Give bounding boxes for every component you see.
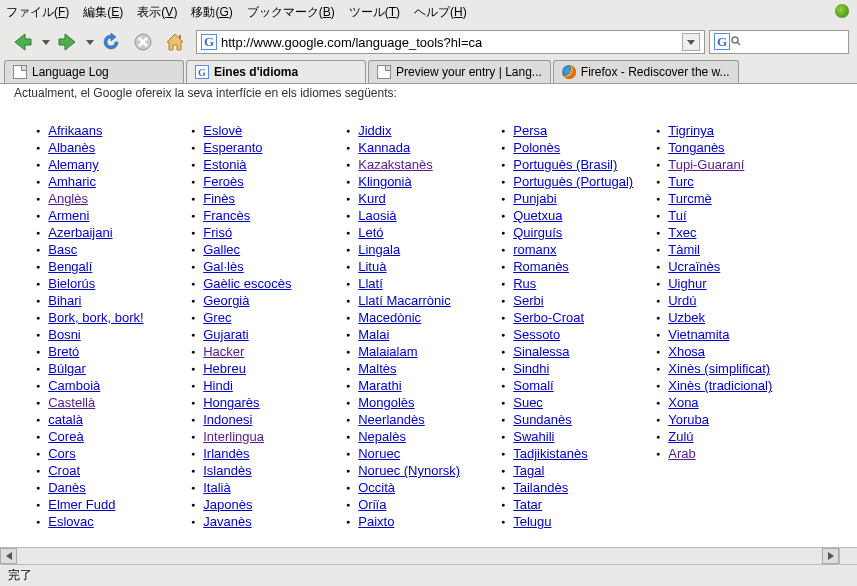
language-link[interactable]: Tatar xyxy=(513,497,542,512)
language-link[interactable]: Armeni xyxy=(48,208,89,223)
horizontal-scrollbar[interactable] xyxy=(0,547,839,564)
language-link[interactable]: Interlingua xyxy=(203,429,264,444)
language-link[interactable]: Gallec xyxy=(203,242,240,257)
language-link[interactable]: Sundanès xyxy=(513,412,572,427)
language-link[interactable]: Xinès (simplificat) xyxy=(668,361,770,376)
language-link[interactable]: Hongarès xyxy=(203,395,259,410)
url-input[interactable] xyxy=(221,32,682,52)
language-link[interactable]: Hacker xyxy=(203,344,244,359)
menu-tools[interactable]: ツール(T) xyxy=(349,4,400,21)
language-link[interactable]: Sinalessa xyxy=(513,344,569,359)
language-link[interactable]: Tupi-Guaraní xyxy=(668,157,744,172)
language-link[interactable]: Llatí xyxy=(358,276,383,291)
language-link[interactable]: Finès xyxy=(203,191,235,206)
tab-3[interactable]: Firefox - Rediscover the w... xyxy=(553,60,739,83)
language-link[interactable]: Turcmè xyxy=(668,191,712,206)
language-link[interactable]: Gaèlic escocès xyxy=(203,276,291,291)
language-link[interactable]: Ucraïnès xyxy=(668,259,720,274)
reload-button[interactable] xyxy=(96,27,126,57)
url-dropdown-button[interactable] xyxy=(682,33,700,51)
language-link[interactable]: Portuguès (Portugal) xyxy=(513,174,633,189)
language-link[interactable]: Japonès xyxy=(203,497,252,512)
language-link[interactable]: Bork, bork, bork! xyxy=(48,310,143,325)
language-link[interactable]: Frisó xyxy=(203,225,232,240)
language-link[interactable]: Paixto xyxy=(358,514,394,529)
language-link[interactable]: Gal·lès xyxy=(203,259,243,274)
language-link[interactable]: Esperanto xyxy=(203,140,262,155)
scroll-right-button[interactable] xyxy=(822,548,839,564)
language-link[interactable]: Suec xyxy=(513,395,543,410)
language-link[interactable]: Telugu xyxy=(513,514,551,529)
language-link[interactable]: Georgià xyxy=(203,293,249,308)
language-link[interactable]: Nepalès xyxy=(358,429,406,444)
language-link[interactable]: Bosni xyxy=(48,327,81,342)
language-link[interactable]: Kannada xyxy=(358,140,410,155)
language-link[interactable]: Tagal xyxy=(513,463,544,478)
language-link[interactable]: Mongolès xyxy=(358,395,414,410)
language-link[interactable]: Elmer Fudd xyxy=(48,497,115,512)
menu-edit[interactable]: 編集(E) xyxy=(83,4,123,21)
language-link[interactable]: Anglès xyxy=(48,191,88,206)
forward-history-dropdown[interactable] xyxy=(84,40,96,45)
language-link[interactable]: Xinès (tradicional) xyxy=(668,378,772,393)
language-link[interactable]: Grec xyxy=(203,310,231,325)
language-link[interactable]: Uzbek xyxy=(668,310,705,325)
language-link[interactable]: Maltès xyxy=(358,361,396,376)
language-link[interactable]: Romanès xyxy=(513,259,569,274)
language-link[interactable]: Noruec (Nynorsk) xyxy=(358,463,460,478)
language-link[interactable]: Afrikaans xyxy=(48,123,102,138)
language-link[interactable]: Klingonià xyxy=(358,174,412,189)
language-link[interactable]: Indonesi xyxy=(203,412,252,427)
language-link[interactable]: Gujarati xyxy=(203,327,249,342)
language-link[interactable]: Uighur xyxy=(668,276,706,291)
language-link[interactable]: Malai xyxy=(358,327,389,342)
stop-button[interactable] xyxy=(128,27,158,57)
menu-file[interactable]: ファイル(F) xyxy=(6,4,69,21)
forward-button[interactable] xyxy=(52,27,82,57)
scroll-left-button[interactable] xyxy=(0,548,17,564)
language-link[interactable]: Camboià xyxy=(48,378,100,393)
language-link[interactable]: Coreà xyxy=(48,429,83,444)
language-link[interactable]: Persa xyxy=(513,123,547,138)
language-link[interactable]: Javanès xyxy=(203,514,251,529)
tab-0[interactable]: Language Log xyxy=(4,60,184,83)
language-link[interactable]: Somalí xyxy=(513,378,553,393)
language-link[interactable]: Letó xyxy=(358,225,383,240)
language-link[interactable]: Amharic xyxy=(48,174,96,189)
language-link[interactable]: Portuguès (Brasil) xyxy=(513,157,617,172)
page-content[interactable]: Actualment, el Google ofereix la seva in… xyxy=(0,84,857,562)
language-link[interactable]: Marathi xyxy=(358,378,401,393)
search-input[interactable] xyxy=(741,32,844,52)
language-link[interactable]: Sindhi xyxy=(513,361,549,376)
language-link[interactable]: Eslovac xyxy=(48,514,94,529)
language-link[interactable]: Sessoto xyxy=(513,327,560,342)
language-link[interactable]: Kazakstanès xyxy=(358,157,432,172)
language-link[interactable]: Turc xyxy=(668,174,694,189)
language-link[interactable]: Tàmil xyxy=(668,242,700,257)
language-link[interactable]: Búlgar xyxy=(48,361,86,376)
language-link[interactable]: Bielorús xyxy=(48,276,95,291)
language-link[interactable]: Llatí Macarrònic xyxy=(358,293,450,308)
language-link[interactable]: català xyxy=(48,412,83,427)
language-link[interactable]: Macedònic xyxy=(358,310,421,325)
language-link[interactable]: Zulú xyxy=(668,429,693,444)
language-link[interactable]: Bengalí xyxy=(48,259,92,274)
language-link[interactable]: Hindi xyxy=(203,378,233,393)
language-link[interactable]: Alemany xyxy=(48,157,99,172)
language-link[interactable]: Txec xyxy=(668,225,696,240)
language-link[interactable]: Irlandès xyxy=(203,446,249,461)
back-button[interactable] xyxy=(8,27,38,57)
tab-1[interactable]: GEines d'idioma xyxy=(186,60,366,83)
language-link[interactable]: Islandès xyxy=(203,463,251,478)
language-link[interactable]: Serbo-Croat xyxy=(513,310,584,325)
language-link[interactable]: Neerlandès xyxy=(358,412,425,427)
language-link[interactable]: Vietnamita xyxy=(668,327,729,342)
language-link[interactable]: Lingala xyxy=(358,242,400,257)
language-link[interactable]: Basc xyxy=(48,242,77,257)
language-link[interactable]: Azerbaijani xyxy=(48,225,112,240)
language-link[interactable]: Tigrinya xyxy=(668,123,714,138)
menu-bookmarks[interactable]: ブックマーク(B) xyxy=(247,4,335,21)
language-link[interactable]: Eslovè xyxy=(203,123,242,138)
language-link[interactable]: Occità xyxy=(358,480,395,495)
language-link[interactable]: Cors xyxy=(48,446,75,461)
